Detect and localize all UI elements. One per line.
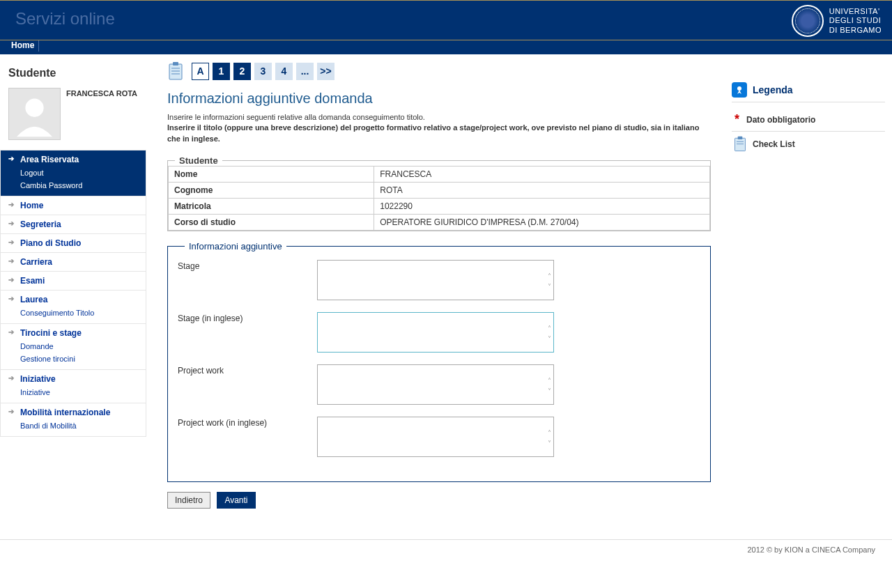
- sidebar-item-iniziative[interactable]: Iniziative: [20, 374, 139, 384]
- sidebar-sub-iniziative[interactable]: Iniziative: [20, 388, 50, 396]
- sidebar-section-5: Esami: [1, 272, 146, 290]
- site-header: Servizi online UNIVERSITA' DEGLI STUDI D…: [0, 0, 892, 40]
- sidebar-item-area-riservata[interactable]: Area Riservata: [20, 155, 139, 164]
- seal-icon: [792, 5, 824, 37]
- step-2[interactable]: 2: [233, 63, 251, 80]
- svg-point-1: [25, 99, 43, 117]
- sidebar-sub-cambia-password[interactable]: Cambia Password: [20, 181, 82, 189]
- sidebar-item-segreteria[interactable]: Segreteria: [20, 219, 139, 229]
- svg-rect-3: [173, 62, 178, 65]
- svg-rect-2: [169, 64, 182, 79]
- step-4[interactable]: 4: [275, 63, 293, 80]
- student-fieldset: Studente NomeFRANCESCA CognomeROTA Matri…: [167, 155, 711, 231]
- step-nav: A 1 2 3 4 ... >>: [167, 61, 711, 81]
- step-next[interactable]: >>: [317, 63, 334, 80]
- form-buttons: Indietro Avanti: [167, 492, 711, 509]
- step-more[interactable]: ...: [296, 63, 314, 80]
- sidebar-sub-logout[interactable]: Logout: [20, 169, 44, 177]
- form-row-3: Project work (in inglese)˄˅: [178, 417, 700, 459]
- textarea-project-work-in-inglese-[interactable]: [317, 417, 554, 457]
- university-logo: UNIVERSITA' DEGLI STUDI DI BERGAMO: [792, 5, 882, 37]
- field-label-0: Stage: [178, 260, 317, 302]
- step-1[interactable]: 1: [213, 63, 230, 80]
- sidebar-item-esami[interactable]: Esami: [20, 276, 139, 286]
- sidebar-title: Studente: [0, 61, 146, 88]
- sidebar-item-carriera[interactable]: Carriera: [20, 257, 139, 267]
- scroll-up-icon: ˄: [548, 272, 551, 280]
- sidebar-sub-bandi-di-mobilità[interactable]: Bandi di Mobilità: [20, 421, 77, 430]
- site-title: Servizi online: [0, 1, 892, 29]
- legend-title: Legenda: [753, 84, 793, 95]
- student-table: NomeFRANCESCA CognomeROTA Matricola10222…: [168, 166, 710, 231]
- side-menu: Area RiservataLogoutCambia PasswordHomeS…: [0, 150, 146, 437]
- clipboard-icon: [167, 61, 184, 81]
- sidebar-item-piano-di-studio[interactable]: Piano di Studio: [20, 238, 139, 248]
- scroll-down-icon: ˅: [548, 335, 551, 343]
- footer: 2012 © by KION a CINECA Company: [0, 539, 892, 559]
- right-sidebar: Legenda * Dato obbligatorio Check List: [732, 54, 892, 523]
- back-button[interactable]: Indietro: [167, 492, 210, 509]
- svg-rect-9: [738, 137, 743, 139]
- scroll-down-icon: ˅: [548, 283, 551, 291]
- info-legend: Informazioni aggiuntive: [185, 241, 286, 252]
- form-row-1: Stage (in inglese)˄˅: [178, 312, 700, 355]
- scroll-up-icon: ˄: [548, 325, 551, 332]
- instructions: Inserire le informazioni seguenti relati…: [167, 112, 711, 144]
- textarea-stage[interactable]: [317, 260, 554, 300]
- sidebar-item-mobilità-internazionale[interactable]: Mobilità internazionale: [20, 408, 139, 417]
- sidebar-section-2: Segreteria: [1, 215, 146, 233]
- sidebar-section-8: IniziativeIniziative: [1, 370, 146, 403]
- avatar-icon: [8, 88, 61, 140]
- top-nav: Home: [0, 40, 892, 54]
- asterisk-icon: *: [735, 112, 739, 127]
- step-a[interactable]: A: [192, 63, 209, 80]
- legend-header: Legenda: [732, 82, 885, 102]
- sidebar: Studente FRANCESCA ROTA Area RiservataLo…: [0, 54, 146, 523]
- main-content: A 1 2 3 4 ... >> Informazioni aggiuntive…: [146, 54, 732, 523]
- pin-icon: [732, 82, 747, 98]
- sidebar-sub-gestione-tirocini[interactable]: Gestione tirocini: [20, 355, 75, 363]
- scroll-down-icon: ˅: [548, 440, 551, 447]
- user-name: FRANCESCA ROTA: [66, 89, 137, 98]
- textarea-stage-in-inglese-[interactable]: [317, 312, 554, 353]
- field-label-1: Stage (in inglese): [178, 312, 317, 355]
- next-button[interactable]: Avanti: [217, 492, 255, 509]
- user-box: FRANCESCA ROTA: [0, 88, 146, 150]
- university-name: UNIVERSITA' DEGLI STUDI DI BERGAMO: [829, 7, 882, 35]
- scroll-down-icon: ˅: [548, 387, 551, 395]
- sidebar-sub-conseguimento-titolo[interactable]: Conseguimento Titolo: [20, 309, 94, 317]
- sidebar-section-0: Area RiservataLogoutCambia Password: [1, 150, 146, 196]
- svg-rect-8: [735, 138, 745, 150]
- legend-mandatory: * Dato obbligatorio: [732, 108, 885, 132]
- sidebar-section-3: Piano di Studio: [1, 234, 146, 252]
- form-row-2: Project work˄˅: [178, 364, 700, 407]
- scroll-up-icon: ˄: [548, 377, 551, 385]
- legend-checklist: Check List: [732, 132, 885, 157]
- sidebar-section-9: Mobilità internazionaleBandi di Mobilità: [1, 403, 146, 436]
- home-link[interactable]: Home: [7, 39, 39, 52]
- sidebar-item-laurea[interactable]: Laurea: [20, 295, 139, 304]
- sidebar-item-tirocini-e-stage[interactable]: Tirocini e stage: [20, 328, 139, 338]
- sidebar-sub-domande[interactable]: Domande: [20, 342, 54, 350]
- sidebar-item-home[interactable]: Home: [20, 201, 139, 210]
- checklist-icon: [733, 136, 747, 153]
- sidebar-section-6: LaureaConseguimento Titolo: [1, 291, 146, 323]
- form-row-0: Stage˄˅: [178, 260, 700, 302]
- field-label-2: Project work: [178, 364, 317, 407]
- sidebar-section-4: Carriera: [1, 253, 146, 271]
- sidebar-section-1: Home: [1, 196, 146, 215]
- sidebar-section-7: Tirocini e stageDomandeGestione tirocini: [1, 324, 146, 369]
- step-3[interactable]: 3: [254, 63, 272, 80]
- page-title: Informazioni aggiuntive domanda: [167, 91, 711, 107]
- field-label-3: Project work (in inglese): [178, 417, 317, 459]
- student-legend: Studente: [175, 155, 222, 166]
- textarea-project-work[interactable]: [317, 364, 554, 405]
- scroll-up-icon: ˄: [548, 429, 551, 437]
- info-fieldset: Informazioni aggiuntive Stage˄˅Stage (in…: [167, 241, 711, 482]
